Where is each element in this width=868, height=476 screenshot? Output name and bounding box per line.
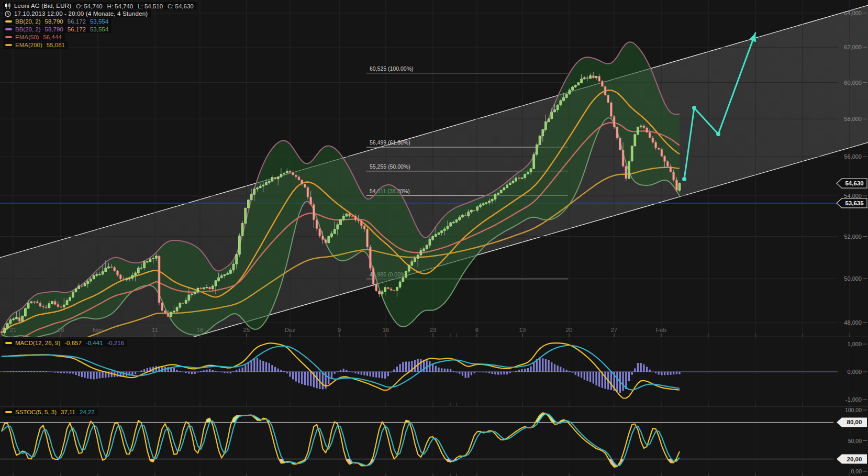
legend-text: 53,554: [90, 26, 108, 32]
price-axis-label: 58,000: [844, 116, 862, 122]
datetime-label: 17.10.2013 12:00 - 20:00 (4 Monate, 4 St…: [14, 10, 148, 17]
macd-axis-label: 0,000: [847, 369, 862, 375]
time-axis-label: Feb: [656, 327, 666, 333]
ohlc-pair: O:54,740: [76, 3, 102, 9]
macd-axis-label: 1,000: [847, 341, 862, 347]
indicator-legend-row[interactable]: EMA(200)55,081: [3, 41, 68, 49]
instrument-title: Leoni AG (Bid, EUR): [14, 3, 71, 9]
legend-text: SSTOC(5, 5, 3): [15, 409, 57, 415]
ohlc-pair: C:54,630: [168, 3, 194, 9]
time-axis-label: 25: [243, 327, 250, 333]
stochastic-indicator-label[interactable]: SSTOC(5, 5, 3)37,1124,22: [3, 408, 98, 416]
time-axis-label: 13: [519, 327, 526, 333]
legend-dash-icon: [5, 36, 12, 38]
legend-text: 37,11: [61, 409, 75, 415]
legend-text: BB(20, 2): [15, 26, 41, 32]
indicator-legend-row[interactable]: EMA(50)56,444: [3, 34, 65, 41]
svg-text:20,00: 20,00: [847, 456, 862, 462]
stoch-level-tag[interactable]: 20,00: [837, 455, 867, 464]
price-axis-label: 50,000: [844, 275, 862, 282]
trading-chart-window: 60,525 (100.00%)56,499 (61.80%)55,255 (5…: [0, 0, 868, 476]
legend-text: EMA(50): [15, 34, 39, 40]
price-axis-label: 62,000: [844, 44, 862, 50]
legend-dash-icon: [5, 28, 12, 30]
ohlc-values: O:54,740H:54,740L:54,510C:54,630: [71, 1, 193, 10]
candlestick-icon: [4, 3, 12, 9]
legend-dash-icon: [5, 44, 12, 46]
indicator-legend-row[interactable]: BB(20, 2)58,79056,17253,554: [3, 18, 112, 25]
time-axis-label: Dez: [285, 327, 296, 333]
legend-text: -0,441: [86, 340, 103, 346]
legend-text: -0,657: [64, 340, 82, 346]
time-axis-label: 6: [475, 327, 478, 333]
legend-text: EMA(200): [15, 42, 42, 48]
legend-text: 53,554: [90, 18, 108, 25]
macd-indicator-label[interactable]: MACD(12, 26, 9)-0,657-0,441-0,216: [3, 339, 127, 347]
svg-text:80,00: 80,00: [847, 419, 862, 425]
ohlc-pair: H:54,740: [107, 3, 133, 9]
time-axis-label: 11: [152, 327, 158, 333]
time-axis-label: 16: [383, 327, 390, 333]
ohlc-pair: L:54,510: [138, 3, 163, 9]
instrument-title-row: Leoni AG (Bid, EUR) O:54,740H:54,740L:54…: [3, 2, 197, 9]
stoch-axis-label: 100,00: [845, 407, 862, 413]
arrow-vertex-handle[interactable]: [692, 106, 696, 110]
time-axis-label: 18: [197, 327, 204, 333]
price-axis-label: 64,000: [844, 10, 862, 16]
price-axis-label: 52,000: [844, 234, 862, 240]
legend-text: 58,790: [45, 26, 63, 32]
legend-text: -0,216: [107, 340, 125, 346]
time-axis-label: 28: [58, 327, 64, 333]
stoch-axis-label: 50,00: [848, 438, 862, 444]
time-axis-label: 23: [430, 327, 437, 333]
stoch-axis-label: 0,00: [851, 468, 862, 474]
legend-text: 24,22: [80, 409, 95, 415]
fib-level-label: 55,255 (50.00%): [370, 163, 410, 170]
legend-text: BB(20, 2): [15, 18, 41, 25]
legend-text: 56,172: [68, 18, 86, 25]
macd-axis-label: -1,000: [845, 396, 862, 403]
stoch-level-tag[interactable]: 80,00: [837, 417, 867, 427]
fib-level-label: 60,525 (100.00%): [370, 65, 413, 72]
legend-text: 58,790: [45, 18, 63, 25]
indicator-legend-row[interactable]: BB(20, 2)58,79056,17253,554: [3, 26, 112, 33]
legend-text: 55,081: [47, 42, 65, 48]
time-axis-label: 9: [338, 327, 341, 333]
chart-canvas[interactable]: 60,525 (100.00%)56,499 (61.80%)55,255 (5…: [0, 0, 868, 476]
time-axis-label: Nov: [93, 327, 104, 333]
legend-dash-icon: [5, 20, 12, 23]
price-marker-tag[interactable]: 53,635: [837, 198, 867, 208]
indicator-legend-rows: BB(20, 2)58,79056,17253,554BB(20, 2)58,7…: [3, 18, 197, 49]
arrow-vertex-handle[interactable]: [682, 177, 686, 181]
fib-level-label: 56,499 (61.80%): [370, 139, 410, 146]
arrow-vertex-handle[interactable]: [716, 132, 720, 136]
time-axis-label: 27: [611, 327, 618, 333]
price-axis-label: 60,000: [844, 80, 862, 86]
svg-text:53,635: 53,635: [845, 200, 864, 206]
time-axis-label: 20: [566, 327, 573, 333]
price-marker-tag[interactable]: 54,630: [837, 179, 867, 188]
price-axis-label: 48,000: [844, 319, 862, 326]
legend-text: 56,444: [43, 34, 61, 40]
svg-text:54,630: 54,630: [845, 180, 863, 186]
chart-legend: Leoni AG (Bid, EUR) O:54,740H:54,740L:54…: [3, 2, 197, 49]
time-axis-label: 21: [10, 327, 17, 333]
clock-icon: [4, 10, 12, 17]
datetime-row: 17.10.2013 12:00 - 20:00 (4 Monate, 4 St…: [3, 10, 151, 17]
legend-text: MACD(12, 26, 9): [15, 340, 60, 346]
price-axis-label: 56,000: [844, 153, 862, 160]
legend-text: 56,172: [68, 26, 86, 32]
legend-dash-icon: [5, 342, 12, 344]
price-axis-label: 54,000: [844, 193, 862, 199]
legend-dash-icon: [5, 411, 12, 413]
